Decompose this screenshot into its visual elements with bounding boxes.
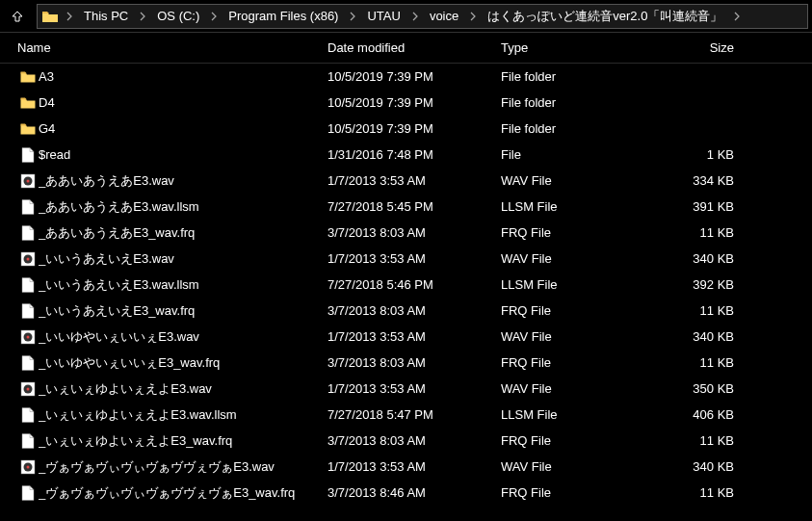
file-date: 3/7/2013 8:03 AM: [327, 433, 501, 448]
file-size: 11 KB: [645, 355, 761, 370]
file-size: 11 KB: [645, 485, 761, 500]
svg-point-2: [27, 179, 30, 182]
file-size: 340 KB: [645, 329, 761, 344]
chevron-right-icon[interactable]: [346, 12, 359, 21]
file-name: _いいうあえいえE3.wav.llsm: [39, 276, 327, 294]
file-type: FRQ File: [501, 303, 645, 318]
breadcrumb-item[interactable]: はくあっぽいど連続音ver2.0「叫連続音」: [480, 5, 730, 28]
header-type[interactable]: Type: [501, 40, 645, 55]
file-size: 11 KB: [645, 303, 761, 318]
file-date: 7/27/2018 5:47 PM: [327, 407, 501, 422]
list-item[interactable]: _いぇいぇゆよいぇえよE3.wav.llsm7/27/2018 5:47 PML…: [0, 402, 812, 428]
file-icon: [17, 355, 39, 371]
wav-icon: [17, 173, 39, 189]
file-type: WAV File: [501, 173, 645, 188]
file-name: _いいうあえいえE3_wav.frq: [39, 302, 327, 320]
file-date: 10/5/2019 7:39 PM: [327, 121, 501, 136]
list-item[interactable]: _ああいあうえあE3_wav.frq3/7/2013 8:03 AMFRQ Fi…: [0, 220, 812, 246]
list-item[interactable]: G410/5/2019 7:39 PMFile folder: [0, 116, 812, 142]
folder-icon: [17, 122, 39, 135]
file-type: File folder: [501, 95, 645, 110]
file-size: 350 KB: [645, 381, 761, 396]
file-size: 11 KB: [645, 433, 761, 448]
file-date: 1/7/2013 3:53 AM: [327, 381, 501, 396]
file-date: 1/7/2013 3:53 AM: [327, 173, 501, 188]
file-icon: [17, 485, 39, 501]
list-item[interactable]: $read1/31/2016 7:48 PMFile1 KB: [0, 142, 812, 168]
svg-point-8: [27, 335, 30, 338]
file-type: WAV File: [501, 381, 645, 396]
file-name: _ヴぁヴぁヴぃヴぃヴぁヴヴぇヴぁE3.wav: [39, 458, 327, 476]
file-size: 11 KB: [645, 225, 761, 240]
file-type: File: [501, 147, 645, 162]
file-type: WAV File: [501, 251, 645, 266]
file-type: WAV File: [501, 329, 645, 344]
folder-icon: [17, 96, 39, 109]
list-item[interactable]: _いぇいぇゆよいぇえよE3_wav.frq3/7/2013 8:03 AMFRQ…: [0, 428, 812, 454]
file-type: FRQ File: [501, 355, 645, 370]
list-item[interactable]: _いいゆやいぇいいぇE3.wav1/7/2013 3:53 AMWAV File…: [0, 324, 812, 350]
file-type: FRQ File: [501, 433, 645, 448]
file-date: 3/7/2013 8:46 AM: [327, 485, 501, 500]
file-name: A3: [39, 69, 327, 84]
wav-icon: [17, 459, 39, 475]
breadcrumb-item[interactable]: UTAU: [359, 5, 407, 28]
file-name: D4: [39, 95, 327, 110]
list-item[interactable]: _いぇいぇゆよいぇえよE3.wav1/7/2013 3:53 AMWAV Fil…: [0, 376, 812, 402]
file-icon: [17, 303, 39, 319]
file-date: 1/7/2013 3:53 AM: [327, 459, 501, 474]
file-name: $read: [39, 147, 327, 162]
file-name: _いぇいぇゆよいぇえよE3.wav: [39, 380, 327, 398]
file-name: _ああいあうえあE3.wav: [39, 172, 327, 190]
header-date[interactable]: Date modified: [327, 40, 501, 55]
file-size: 340 KB: [645, 251, 761, 266]
list-item[interactable]: _ああいあうえあE3.wav.llsm7/27/2018 5:45 PMLLSM…: [0, 194, 812, 220]
list-item[interactable]: _いいうあえいえE3_wav.frq3/7/2013 8:03 AMFRQ Fi…: [0, 298, 812, 324]
file-type: LLSM File: [501, 277, 645, 292]
file-date: 1/7/2013 3:53 AM: [327, 329, 501, 344]
list-item[interactable]: _ヴぁヴぁヴぃヴぃヴぁヴヴぇヴぁE3_wav.frq3/7/2013 8:46 …: [0, 480, 812, 506]
file-size: 1 KB: [645, 147, 761, 162]
file-size: 340 KB: [645, 459, 761, 474]
list-item[interactable]: _ヴぁヴぁヴぃヴぃヴぁヴヴぇヴぁE3.wav1/7/2013 3:53 AMWA…: [0, 454, 812, 480]
list-item[interactable]: A310/5/2019 7:39 PMFile folder: [0, 64, 812, 90]
chevron-right-icon[interactable]: [63, 12, 76, 21]
list-item[interactable]: D410/5/2019 7:39 PMFile folder: [0, 90, 812, 116]
breadcrumb-item[interactable]: voice: [422, 5, 466, 28]
file-type: LLSM File: [501, 199, 645, 214]
chevron-right-icon[interactable]: [136, 12, 149, 21]
wav-icon: [17, 381, 39, 397]
file-date: 7/27/2018 5:46 PM: [327, 277, 501, 292]
file-name: _いぇいぇゆよいぇえよE3_wav.frq: [39, 432, 327, 450]
header-name[interactable]: Name: [0, 40, 327, 55]
chevron-right-icon[interactable]: [207, 12, 221, 21]
file-size: 392 KB: [645, 277, 761, 292]
folder-icon: [41, 10, 59, 23]
list-item[interactable]: _ああいあうえあE3.wav1/7/2013 3:53 AMWAV File33…: [0, 168, 812, 194]
file-type: File folder: [501, 121, 645, 136]
file-date: 3/7/2013 8:03 AM: [327, 303, 501, 318]
breadcrumb-item[interactable]: This PC: [76, 5, 136, 28]
file-date: 1/7/2013 3:53 AM: [327, 251, 501, 266]
chevron-right-icon[interactable]: [466, 12, 480, 21]
file-icon: [17, 199, 39, 215]
breadcrumb[interactable]: This PCOS (C:)Program Files (x86)UTAUvoi…: [37, 4, 808, 29]
header-size[interactable]: Size: [645, 40, 761, 55]
svg-point-11: [27, 387, 30, 390]
list-item[interactable]: _いいうあえいえE3.wav.llsm7/27/2018 5:46 PMLLSM…: [0, 272, 812, 298]
breadcrumb-item[interactable]: Program Files (x86): [221, 5, 346, 28]
chevron-right-icon[interactable]: [408, 12, 422, 21]
file-type: File folder: [501, 69, 645, 84]
breadcrumb-item[interactable]: OS (C:): [149, 5, 207, 28]
file-size: 406 KB: [645, 407, 761, 422]
wav-icon: [17, 329, 39, 345]
file-type: FRQ File: [501, 485, 645, 500]
list-item[interactable]: _いいうあえいえE3.wav1/7/2013 3:53 AMWAV File34…: [0, 246, 812, 272]
file-name: _ああいあうえあE3.wav.llsm: [39, 198, 327, 216]
file-size: 334 KB: [645, 173, 761, 188]
up-button[interactable]: [4, 3, 31, 30]
chevron-right-icon[interactable]: [730, 12, 744, 21]
list-item[interactable]: _いいゆやいぇいいぇE3_wav.frq3/7/2013 8:03 AMFRQ …: [0, 350, 812, 376]
file-type: LLSM File: [501, 407, 645, 422]
file-date: 10/5/2019 7:39 PM: [327, 69, 501, 84]
